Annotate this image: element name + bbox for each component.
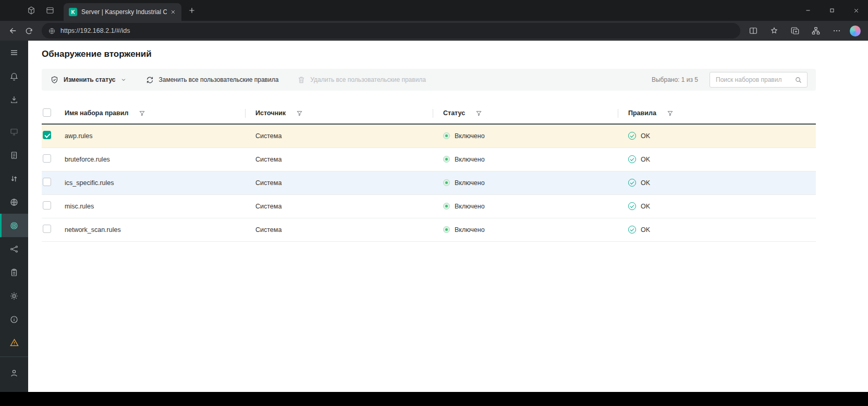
sidebar-item-settings[interactable] <box>0 284 28 307</box>
ruleset-status-cell: Включено <box>433 171 618 194</box>
info-icon <box>9 315 19 324</box>
kaspersky-favicon: K <box>69 8 77 16</box>
selected-count: Выбрано: 1 из 5 <box>652 76 698 83</box>
sidebar-item-topology[interactable] <box>0 237 28 261</box>
app-region: Обнаружение вторжений Изменить статус За <box>0 41 868 392</box>
target-icon <box>9 221 19 230</box>
refresh-icon[interactable] <box>21 23 36 39</box>
header-source: Источник <box>245 103 433 124</box>
ruleset-status-cell: Включено <box>433 218 618 241</box>
ruleset-source: Система <box>245 194 433 218</box>
table-row[interactable]: misc.rules Система Включено OK <box>42 194 816 218</box>
ruleset-name: network_scan.rules <box>65 218 245 241</box>
rules-label: OK <box>641 156 650 163</box>
status-label: Включено <box>455 179 485 187</box>
rules-ok-icon <box>628 226 636 233</box>
sidebar-item-intrusion-detection[interactable] <box>0 214 28 237</box>
user-icon <box>9 368 19 378</box>
workspaces-icon[interactable] <box>808 23 824 39</box>
sidebar-item-downloads[interactable] <box>0 88 28 111</box>
sidebar-item-network[interactable] <box>0 190 28 214</box>
replace-rules-button[interactable]: Заменить все пользовательские правила <box>145 76 279 84</box>
maximize-button[interactable] <box>820 0 844 21</box>
select-all-checkbox[interactable] <box>43 108 51 117</box>
delete-rules-label: Удалить все пользовательские правила <box>310 76 426 83</box>
row-checkbox[interactable] <box>43 131 51 139</box>
table-row[interactable]: awp.rules Система Включено OK <box>42 124 816 147</box>
filter-source-icon[interactable] <box>296 110 303 117</box>
gear-icon <box>9 291 19 301</box>
header-status-label: Статус <box>443 109 465 117</box>
ruleset-name: bruteforce.rules <box>65 147 245 171</box>
sidebar-item-hosts[interactable] <box>0 120 28 143</box>
address-bar[interactable]: https://192.168.2.1/#/ids <box>42 23 740 39</box>
navbar-tools <box>745 23 863 39</box>
sidebar-item-reports[interactable] <box>0 143 28 167</box>
copilot-icon[interactable] <box>850 26 861 36</box>
row-checkbox[interactable] <box>43 201 51 210</box>
tab-title: Server | Kaspersky Industrial Cyb <box>81 8 167 16</box>
sidebar-item-notifications[interactable] <box>0 64 28 88</box>
page-title: Обнаружение вторжений <box>42 48 816 60</box>
filter-rules-icon[interactable] <box>667 110 674 117</box>
status-enabled-icon <box>443 132 450 139</box>
table-row[interactable]: bruteforce.rules Система Включено OK <box>42 147 816 171</box>
browser-tab[interactable]: K Server | Kaspersky Industrial Cyb <box>64 3 181 21</box>
sidebar-item-tasks[interactable] <box>0 261 28 284</box>
status-label: Включено <box>455 226 485 233</box>
replace-rules-label: Заменить все пользовательские правила <box>159 76 279 83</box>
url-text[interactable]: https://192.168.2.1/#/ids <box>60 27 130 34</box>
close-button[interactable] <box>844 0 868 21</box>
rules-label: OK <box>641 132 650 140</box>
header-source-label: Источник <box>255 109 286 117</box>
header-rules: Правила <box>618 103 816 124</box>
rules-ok-icon <box>628 179 636 187</box>
sidebar-item-traffic[interactable] <box>0 167 28 190</box>
ruleset-status-cell: Включено <box>433 194 618 218</box>
rules-ok-icon <box>628 202 636 210</box>
split-screen-icon[interactable] <box>745 23 761 39</box>
ruleset-status-cell: Включено <box>433 124 618 147</box>
change-status-label: Изменить статус <box>64 76 116 83</box>
row-checkbox[interactable] <box>43 178 51 186</box>
new-tab-button[interactable] <box>188 6 196 15</box>
sidebar-item-alerts[interactable] <box>0 331 28 354</box>
tab-actions-icon[interactable] <box>45 5 55 16</box>
sidebar-bottom <box>0 356 28 392</box>
status-enabled-icon <box>443 203 450 210</box>
status-label: Включено <box>455 132 485 140</box>
search-input[interactable] <box>715 76 791 84</box>
traffic-arrows-icon <box>9 174 19 183</box>
filter-status-icon[interactable] <box>475 110 482 117</box>
ruleset-source: Система <box>245 218 433 241</box>
search-box[interactable] <box>710 72 808 88</box>
collections-icon[interactable] <box>787 23 803 39</box>
header-name-label: Имя набора правил <box>65 109 128 117</box>
settings-dots-icon[interactable] <box>829 23 845 39</box>
ruleset-source: Система <box>245 171 433 194</box>
rules-ok-icon <box>628 132 636 140</box>
row-checkbox-cell <box>42 194 65 218</box>
row-checkbox-cell <box>42 218 65 241</box>
back-icon[interactable] <box>5 23 21 39</box>
sidebar-item-about[interactable] <box>0 307 28 331</box>
minimize-button[interactable] <box>796 0 820 21</box>
sidebar-item-user[interactable] <box>0 361 28 385</box>
row-checkbox[interactable] <box>43 154 51 163</box>
warning-triangle-icon <box>9 338 19 348</box>
window-controls <box>796 0 868 21</box>
filter-name-icon[interactable] <box>139 110 145 117</box>
site-globe-icon[interactable] <box>48 27 56 35</box>
ruleset-status-cell: Включено <box>433 147 618 171</box>
tab-close-icon[interactable] <box>170 9 176 15</box>
table-row[interactable]: network_scan.rules Система Включено OK <box>42 218 816 241</box>
favorites-icon[interactable] <box>766 23 782 39</box>
search-icon[interactable] <box>794 76 802 84</box>
sidebar <box>0 41 28 392</box>
change-status-button[interactable]: Изменить статус <box>50 76 127 84</box>
sidebar-item-menu[interactable] <box>0 41 28 64</box>
table-row[interactable]: ics_specific.rules Система Включено OK <box>42 171 816 194</box>
delete-rules-button[interactable]: Удалить все пользовательские правила <box>297 76 426 84</box>
row-checkbox[interactable] <box>43 225 51 233</box>
workspaces-cube-icon[interactable] <box>26 5 36 16</box>
